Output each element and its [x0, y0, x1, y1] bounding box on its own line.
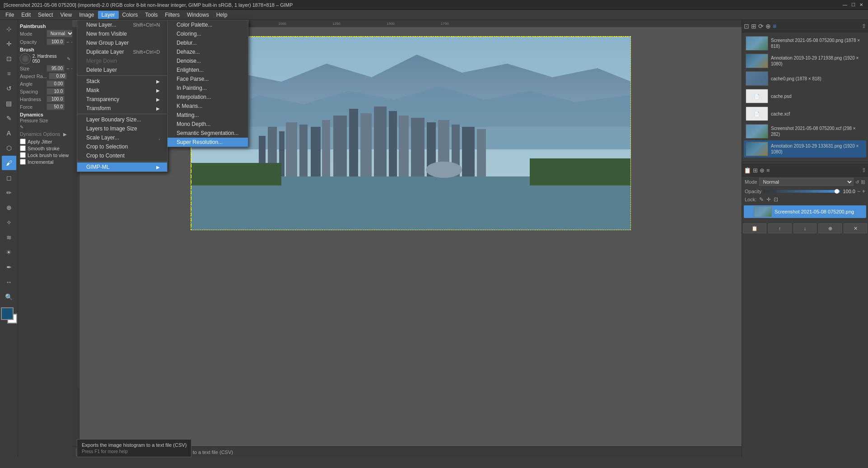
menu-item-gimp-ml[interactable]: GIMP-ML ▶ [77, 162, 167, 171]
submenu-in-painting[interactable]: In Painting... [168, 83, 248, 93]
duplicate-bottom-btn[interactable]: ⊕ [818, 223, 842, 233]
angle-input[interactable] [47, 80, 65, 87]
size-minus[interactable]: − [66, 66, 69, 71]
menu-item-duplicate-layer[interactable]: Duplicate Layer Shift+Ctrl+D [77, 47, 167, 56]
incremental-checkbox[interactable] [20, 159, 26, 165]
tool-eraser[interactable]: ◻ [2, 171, 16, 185]
submenu-face-parse[interactable]: Face Parse... [168, 74, 248, 83]
layers-icon[interactable]: ⊕ [765, 23, 771, 30]
menu-select[interactable]: Select [34, 11, 56, 19]
menu-item-layers-to-image-size[interactable]: Layers to Image Size [77, 124, 167, 133]
menu-windows[interactable]: Windows [183, 11, 213, 19]
delete-bottom-btn[interactable]: ✕ [844, 223, 867, 233]
image-item-4[interactable]: 📄 cache.xcf [744, 105, 866, 122]
raise-layer-icon[interactable]: ⊞ [753, 167, 758, 174]
submenu-denoise[interactable]: Denoise... [168, 56, 248, 65]
panel-maximize-icon[interactable]: ⇧ [862, 23, 866, 29]
image-item-2[interactable]: cache0.png (1878 × 818) [744, 70, 866, 87]
tool-fill[interactable]: ⬡ [2, 141, 16, 155]
menu-item-new-layer[interactable]: New Layer... Shift+Ctrl+N [77, 20, 167, 29]
smooth-stroke-checkbox[interactable] [20, 145, 26, 151]
opacity-minus[interactable]: − [66, 39, 69, 45]
layers-panel-maximize[interactable]: ⇧ [862, 167, 866, 173]
opacity-minus2[interactable]: − [857, 188, 860, 195]
submenu-deblur[interactable]: Deblur... [168, 38, 248, 47]
channels-icon[interactable]: ≡ [773, 23, 776, 30]
menu-item-transparency[interactable]: Transparency ▶ [77, 95, 167, 104]
lock-position-icon[interactable]: ✛ [766, 196, 771, 203]
submenu-interpolation[interactable]: Interpolation... [168, 93, 248, 102]
merge-layers-icon[interactable]: ⊕ [760, 167, 765, 174]
menu-colors[interactable]: Colors [119, 11, 142, 19]
submenu-enlighten[interactable]: Enlighten... [168, 65, 248, 74]
image-item-1[interactable]: Annotation 2019-10-29 171938.png (1920 ×… [744, 52, 866, 70]
menu-item-stack[interactable]: Stack ▶ [77, 77, 167, 86]
spacing-input[interactable] [47, 88, 65, 95]
menu-item-transform[interactable]: Transform ▶ [77, 104, 167, 113]
tool-align[interactable]: ▤ [2, 96, 16, 111]
menu-item-new-group-layer[interactable]: New Group Layer [77, 38, 167, 47]
layers-mode-select[interactable]: Normal [759, 178, 854, 186]
aspect-input[interactable] [49, 73, 67, 79]
submenu-mono-depth[interactable]: Mono Depth... [168, 120, 248, 129]
menu-item-mask[interactable]: Mask ▶ [77, 86, 167, 95]
tool-path[interactable]: ✎ [2, 111, 16, 125]
opacity-slider[interactable] [763, 190, 840, 193]
tool-crop[interactable]: ⌗ [2, 66, 16, 81]
menu-image[interactable]: Image [75, 11, 98, 19]
hardness-input[interactable] [47, 96, 65, 102]
submenu-k-means[interactable]: K Means... [168, 102, 248, 111]
grid-icon[interactable]: ⊞ [751, 23, 756, 30]
submenu-coloring[interactable]: Coloring... [168, 29, 248, 38]
menu-item-scale-layer[interactable]: Scale Layer... , [77, 133, 167, 142]
menu-item-crop-to-selection[interactable]: Crop to Selection [77, 142, 167, 151]
force-input[interactable] [47, 103, 65, 110]
mode-select[interactable]: Normal [47, 30, 72, 37]
menu-file[interactable]: File [2, 11, 18, 19]
new-layer-bottom-btn[interactable]: 📋 [743, 223, 766, 233]
image-item-6[interactable]: Annotation 2019-10-29 133631.png (1920 ×… [744, 140, 866, 158]
brush-edit-icon[interactable]: ✎ [67, 56, 70, 61]
submenu-color-palette[interactable]: Color Palette... [168, 20, 248, 29]
tool-measure[interactable]: ↔ [2, 275, 16, 289]
tool-heal[interactable]: ✧ [2, 215, 16, 230]
menu-layer[interactable]: Layer [98, 11, 119, 19]
new-layer-icon[interactable]: 📋 [744, 167, 751, 174]
menu-help[interactable]: Help [213, 11, 231, 19]
color-swatches[interactable] [1, 307, 17, 324]
foreground-color-swatch[interactable] [1, 307, 14, 320]
tool-scale[interactable]: ⊡ [2, 51, 16, 66]
menu-item-layer-boundary-size[interactable]: Layer Boundary Size... [77, 115, 167, 124]
menu-item-new-from-visible[interactable]: New from Visible [77, 29, 167, 38]
maximize-button[interactable]: ☐ [850, 2, 856, 8]
refresh-icon[interactable]: ⟳ [758, 23, 764, 30]
image-item-3[interactable]: 📄 cache.psd [744, 88, 866, 105]
minimize-button[interactable]: — [842, 2, 848, 8]
tool-move[interactable]: ✛ [2, 37, 16, 51]
submenu-matting[interactable]: Matting... [168, 111, 248, 120]
dynamics-options-expand[interactable]: ▶ [63, 132, 67, 137]
menu-filters[interactable]: Filters [161, 11, 183, 19]
menu-item-delete-layer[interactable]: Delete Layer [77, 65, 167, 74]
image-item-5[interactable]: Screenshot 2021-05-08 075200.xcf (298 × … [744, 123, 866, 140]
lower-bottom-btn[interactable]: ↓ [793, 223, 817, 233]
delete-layer-icon[interactable]: ≡ [766, 167, 770, 174]
menu-edit[interactable]: Edit [18, 11, 34, 19]
tool-free-select[interactable]: ⊹ [2, 22, 16, 36]
tool-smudge[interactable]: ≋ [2, 230, 16, 245]
new-image-icon[interactable]: ⊡ [744, 23, 749, 30]
size-input[interactable] [47, 65, 65, 72]
tool-clone[interactable]: ⊕ [2, 200, 16, 215]
tool-text[interactable]: A [2, 126, 16, 140]
close-button[interactable]: ✕ [858, 2, 864, 8]
image-item-0[interactable]: Screenshot 2021-05-08 075200.png (1878 ×… [744, 35, 866, 52]
menu-view[interactable]: View [56, 11, 75, 19]
menu-tools[interactable]: Tools [141, 11, 161, 19]
tool-dodge[interactable]: ☀ [2, 245, 16, 259]
layer-visibility-icon[interactable]: 👁 [746, 209, 751, 215]
tool-paintbrush[interactable]: 🖌 [2, 156, 16, 170]
brush-preview[interactable] [20, 53, 31, 64]
mode-chain-icon[interactable]: ⛓ [861, 180, 865, 185]
tool-rotate[interactable]: ↺ [2, 81, 16, 96]
menu-item-crop-to-content[interactable]: Crop to Content [77, 151, 167, 160]
